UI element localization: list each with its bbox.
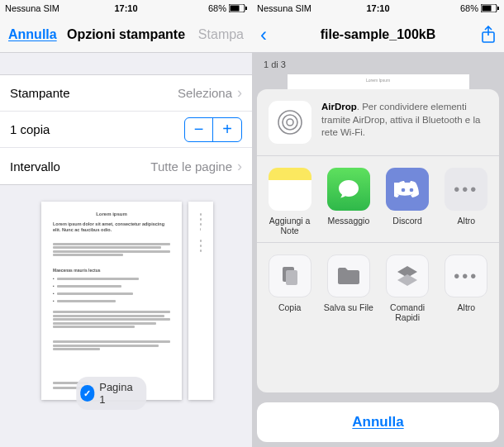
- more-icon: •••: [445, 254, 487, 297]
- printer-row[interactable]: Stampante Seleziona›: [0, 75, 252, 112]
- back-button[interactable]: ‹: [260, 23, 267, 46]
- printer-label: Stampante: [10, 86, 70, 100]
- share-notes-button[interactable]: Aggiungi a Note: [262, 168, 318, 235]
- doc-heading: Lorem ipsum dolor sit amet, consectetur …: [53, 221, 170, 233]
- notes-icon: [269, 168, 311, 211]
- page-count: 1 di 3: [264, 59, 286, 69]
- action-shortcuts-button[interactable]: Comandi Rapidi: [379, 254, 435, 322]
- share-button[interactable]: [481, 26, 496, 44]
- messages-icon: [327, 168, 370, 211]
- share-discord-button[interactable]: Discord: [379, 168, 435, 235]
- carrier-label: Nessuna SIM: [5, 3, 59, 13]
- folder-icon: [327, 254, 370, 297]
- airdrop-icon: [269, 101, 311, 144]
- share-sheet-screen: Nessuna SIM 17:10 68% ‹ file-sample_100k…: [252, 0, 504, 447]
- airdrop-text: AirDrop. Per condividere elementi tramit…: [321, 101, 487, 144]
- page-thumbnail[interactable]: Lorem ipsum Lorem ipsum dolor sit amet, …: [41, 202, 182, 400]
- printer-value: Seleziona: [178, 86, 232, 100]
- copies-stepper[interactable]: − +: [184, 117, 242, 142]
- battery-label: 68%: [460, 3, 478, 13]
- battery-label: 68%: [208, 3, 226, 13]
- action-savefile-button[interactable]: Salva su File: [321, 254, 377, 322]
- minus-button[interactable]: −: [185, 118, 213, 141]
- options-list: Stampante Seleziona› 1 copia − + Interva…: [0, 74, 252, 185]
- page-title: file-sample_100kB: [321, 27, 436, 42]
- airdrop-row[interactable]: AirDrop. Per condividere elementi tramit…: [257, 89, 499, 155]
- range-value: Tutte le pagine: [150, 159, 232, 174]
- svg-rect-1: [231, 6, 240, 12]
- share-messages-button[interactable]: Messaggio: [321, 168, 377, 235]
- clock-label: 17:10: [366, 3, 389, 13]
- copy-icon: [269, 254, 311, 297]
- apps-row: Aggiungi a Note Messaggio Discord •••: [257, 156, 499, 242]
- cancel-button[interactable]: Annulla: [257, 402, 499, 442]
- check-icon: ✓: [80, 385, 94, 402]
- range-row[interactable]: Intervallo Tutte le pagine›: [0, 148, 252, 184]
- copies-label: 1 copia: [10, 122, 50, 136]
- navbar: ‹ file-sample_100kB: [252, 17, 504, 53]
- range-label: Intervallo: [10, 159, 60, 174]
- svg-point-11: [410, 188, 414, 193]
- plus-button[interactable]: +: [213, 118, 241, 141]
- share-more-button[interactable]: ••• Altro: [438, 168, 494, 235]
- cancel-button[interactable]: Annulla: [8, 27, 57, 42]
- action-more-button[interactable]: ••• Altro: [438, 254, 494, 322]
- svg-rect-4: [483, 6, 492, 12]
- navbar: Annulla Opzioni stampante Stampa: [0, 17, 252, 53]
- page-thumbnail-next[interactable]: [188, 202, 213, 400]
- status-bar: Nessuna SIM 17:10 68%: [252, 0, 504, 17]
- more-icon: •••: [445, 168, 487, 211]
- copies-row: 1 copia − +: [0, 112, 252, 148]
- preview-area: Lorem ipsum Lorem ipsum dolor sit amet, …: [0, 185, 252, 447]
- page-number-label: Pagina 1: [99, 381, 136, 406]
- svg-rect-2: [245, 7, 247, 10]
- svg-point-7: [287, 119, 293, 126]
- actions-row: Copia Salva su File Comandi Rapidi •••: [257, 243, 499, 329]
- carrier-label: Nessuna SIM: [257, 3, 311, 13]
- action-copy-button[interactable]: Copia: [262, 254, 318, 322]
- print-button[interactable]: Stampa: [198, 27, 244, 42]
- svg-point-8: [283, 115, 297, 130]
- chevron-right-icon: ›: [237, 84, 242, 102]
- print-options-screen: Nessuna SIM 17:10 68% Annulla Opzioni st…: [0, 0, 252, 447]
- doc-title: Lorem ipsum: [53, 212, 170, 216]
- shortcuts-icon: [386, 254, 429, 297]
- svg-point-10: [402, 188, 406, 193]
- page-badge[interactable]: ✓ Pagina 1: [76, 377, 146, 410]
- battery-icon: [481, 4, 499, 12]
- page-title: Opzioni stampante: [67, 27, 185, 42]
- discord-icon: [386, 168, 429, 211]
- battery-icon: [229, 4, 247, 12]
- svg-rect-13: [286, 270, 297, 285]
- clock-label: 17:10: [114, 3, 137, 13]
- svg-rect-5: [497, 7, 499, 10]
- share-sheet: AirDrop. Per condividere elementi tramit…: [252, 84, 504, 447]
- status-bar: Nessuna SIM 17:10 68%: [0, 0, 252, 17]
- chevron-right-icon: ›: [237, 158, 242, 175]
- share-icon: [481, 26, 496, 44]
